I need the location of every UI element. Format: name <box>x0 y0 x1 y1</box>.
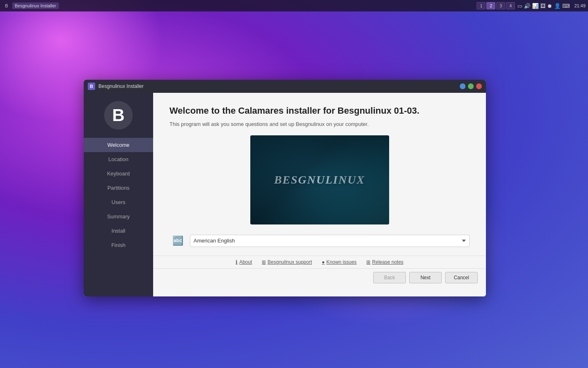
taskbar: B Besgnulinux Installer 1 2 3 4 ▭ 🔊 📊 🖼 … <box>0 0 588 11</box>
user-icon[interactable]: 👤 <box>554 3 561 9</box>
sidebar-item-location[interactable]: Location <box>84 152 153 166</box>
back-button[interactable]: Back <box>373 272 406 283</box>
system-tray: ▭ 🔊 📊 🖼 ⏺ 👤 ⌨ <box>517 3 570 9</box>
taskbar-right: 1 2 3 4 ▭ 🔊 📊 🖼 ⏺ 👤 ⌨ 21:49 <box>477 2 586 9</box>
release-notes-icon: ⊞ <box>366 259 370 265</box>
release-notes-link[interactable]: ⊞ Release notes <box>366 259 403 265</box>
maximize-button[interactable] <box>468 83 474 89</box>
distro-banner: BESGNULINUX <box>250 135 389 224</box>
main-content: Welcome to the Calamares installer for B… <box>153 93 486 296</box>
window-controls <box>460 83 482 89</box>
taskbar-app-icon: B <box>2 2 11 10</box>
sidebar-logo: B <box>104 101 133 130</box>
window-app-icon: B <box>88 83 95 90</box>
system-clock: 21:49 <box>574 3 586 8</box>
workspace-4[interactable]: 4 <box>506 2 515 9</box>
sidebar-item-users[interactable]: Users <box>84 195 153 209</box>
support-label: Besgnulinux support <box>267 259 312 265</box>
sidebar-item-partitions[interactable]: Partitions <box>84 181 153 195</box>
taskbar-app-label[interactable]: Besgnulinux Installer <box>12 2 59 9</box>
installer-window: B Besgnulinux Installer B Welcome Locati… <box>84 80 486 296</box>
known-issues-label: Known issues <box>326 259 356 265</box>
known-issues-link[interactable]: ● Known issues <box>322 259 356 265</box>
banner-container: BESGNULINUX <box>248 135 391 224</box>
window-title-label: Besgnulinux Installer <box>98 83 457 89</box>
display-icon[interactable]: 🖼 <box>540 3 546 9</box>
close-button[interactable] <box>476 83 482 89</box>
record-icon[interactable]: ⏺ <box>547 3 552 9</box>
sidebar-item-keyboard[interactable]: Keyboard <box>84 166 153 181</box>
workspace-2[interactable]: 2 <box>486 2 495 9</box>
sidebar-item-summary[interactable]: Summary <box>84 209 153 224</box>
page-title: Welcome to the Calamares installer for B… <box>169 105 470 117</box>
language-dropdown[interactable]: American English English (UK) Español Fr… <box>190 235 470 247</box>
next-button[interactable]: Next <box>409 272 442 283</box>
window-body: B Welcome Location Keyboard Partitions U… <box>84 93 486 296</box>
about-icon: ℹ <box>236 259 238 265</box>
cancel-button[interactable]: Cancel <box>445 272 478 283</box>
sidebar-item-install[interactable]: Install <box>84 224 153 238</box>
about-link[interactable]: ℹ About <box>236 259 252 265</box>
keyboard-icon[interactable]: ⌨ <box>562 3 570 9</box>
workspace-1[interactable]: 1 <box>477 2 486 9</box>
support-link[interactable]: ⊞ Besgnulinux support <box>262 259 312 265</box>
stats-icon[interactable]: 📊 <box>532 3 539 9</box>
sidebar-nav: Welcome Location Keyboard Partitions Use… <box>84 138 153 252</box>
language-selector-row: 🔤 American English English (UK) Español … <box>169 233 470 249</box>
window-tray-icon[interactable]: ▭ <box>517 3 522 9</box>
sidebar: B Welcome Location Keyboard Partitions U… <box>84 93 153 296</box>
support-icon: ⊞ <box>262 259 266 265</box>
release-notes-label: Release notes <box>372 259 403 265</box>
workspace-3[interactable]: 3 <box>496 2 505 9</box>
page-subtitle: This program will ask you some questions… <box>169 121 470 127</box>
known-issues-icon: ● <box>322 259 325 265</box>
taskbar-left: B Besgnulinux Installer <box>2 2 59 10</box>
workspace-switcher: 1 2 3 4 <box>477 2 515 9</box>
distro-name-banner: BESGNULINUX <box>274 173 365 186</box>
action-buttons-bar: Back Next Cancel <box>153 268 486 287</box>
volume-icon[interactable]: 🔊 <box>524 3 530 9</box>
minimize-button[interactable] <box>460 83 466 89</box>
sidebar-item-finish[interactable]: Finish <box>84 238 153 252</box>
about-label: About <box>239 259 252 265</box>
sidebar-item-welcome[interactable]: Welcome <box>84 138 153 152</box>
language-icon: 🔤 <box>169 233 186 249</box>
window-titlebar: B Besgnulinux Installer <box>84 80 486 93</box>
footer-links: ℹ About ⊞ Besgnulinux support ● Known is… <box>153 256 486 268</box>
